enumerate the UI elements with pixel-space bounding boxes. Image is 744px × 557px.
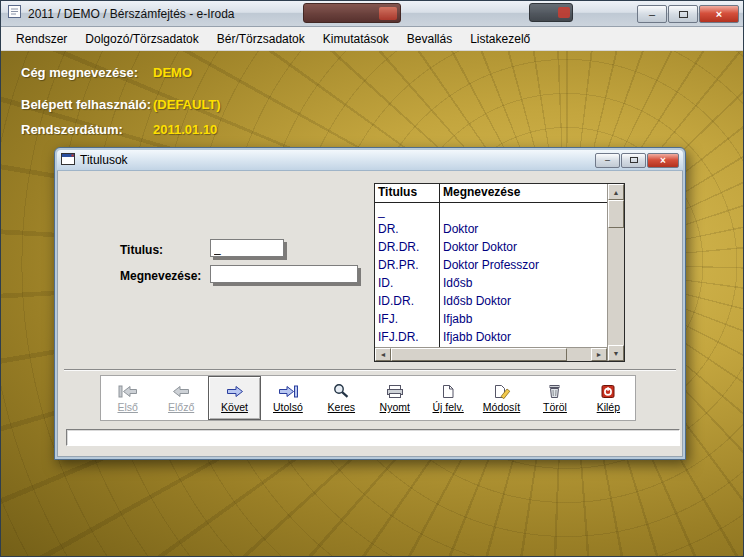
table-cell: DR. [375, 221, 439, 239]
dialog-body: Titulus: Megnevezése: Titulus Megnevezés… [57, 171, 683, 457]
titles-grid: Titulus Megnevezése _ DR. Doktor DR.D [375, 184, 607, 347]
scroll-left-icon: ◄ [380, 351, 387, 358]
maximize-icon [679, 11, 688, 18]
dialog-titlebar[interactable]: Titulusok – × [57, 150, 683, 171]
toolbar-next-button[interactable]: Követ [208, 376, 261, 420]
company-value: DEMO [153, 65, 192, 80]
main-titlebar[interactable]: 2011 / DEMO / Bérszámfejtés - e-Iroda – … [1, 1, 744, 27]
toolbar-search-label: Keres [328, 401, 355, 413]
toolbar-exit-label: Kilép [597, 401, 620, 413]
toolbar-new-button[interactable]: Új felv. [421, 376, 474, 420]
column-header-titulus[interactable]: Titulus [375, 184, 439, 202]
toolbar-delete-button[interactable]: Töröl [528, 376, 581, 420]
table-cell: Idősb Doktor [439, 293, 607, 311]
menubar: Rendszer Dolgozó/Törzsadatok Bér/Törzsad… [1, 27, 744, 51]
table-row[interactable]: DR. Doktor [375, 221, 607, 239]
toolbar-previous-label: Előző [168, 401, 194, 413]
record-toolbar: Első Előző [100, 375, 636, 421]
table-cell: Idősb [439, 275, 607, 293]
toolbar-print-button[interactable]: Nyomt [368, 376, 421, 420]
dialog-icon [61, 151, 75, 169]
scroll-down-icon: ▼ [613, 350, 620, 357]
table-header-row: Titulus Megnevezése [375, 184, 607, 203]
window-title: 2011 / DEMO / Bérszámfejtés - e-Iroda [28, 7, 235, 21]
toolbar-new-label: Új felv. [432, 401, 463, 413]
dialog-maximize-button[interactable] [621, 153, 646, 168]
table-cell: Ifjabb [439, 311, 607, 329]
table-cell: IFJ.DR. [375, 329, 439, 347]
table-cell: ID.DR. [375, 293, 439, 311]
last-record-icon [277, 383, 299, 399]
dialog-maximize-icon [630, 157, 638, 163]
table-row[interactable]: ID. Idősb [375, 275, 607, 293]
client-area: Cég megnevezése: DEMO Belépett felhaszná… [1, 51, 744, 557]
column-header-megnevezese[interactable]: Megnevezése [439, 184, 607, 202]
table-cell: Doktor Doktor [439, 239, 607, 257]
date-label: Rendszerdátum: [21, 122, 123, 137]
menu-item-listakezelo[interactable]: Listakezelő [461, 29, 539, 49]
vertical-scrollbar[interactable]: ▲ ▼ [607, 184, 624, 361]
table-cell: Doktor Professzor [439, 257, 607, 275]
vertical-scroll-thumb[interactable] [608, 200, 624, 228]
table-cell: DR.DR. [375, 239, 439, 257]
dialog-close-button[interactable]: × [647, 153, 679, 168]
menu-item-ber-torzsadatok[interactable]: Bér/Törzsadatok [208, 29, 314, 49]
menu-item-dolgozo-torzsadatok[interactable]: Dolgozó/Törzsadatok [76, 29, 207, 49]
previous-record-icon [170, 383, 192, 399]
toolbar-next-label: Követ [221, 401, 248, 413]
toolbar-edit-label: Módosít [483, 401, 520, 413]
table-row[interactable]: IFJ.DR. Ifjabb Doktor [375, 329, 607, 347]
toolbar-search-button[interactable]: Keres [315, 376, 368, 420]
edit-icon [491, 383, 513, 399]
scroll-right-button[interactable]: ► [591, 348, 607, 361]
user-value: (DEFAULT) [153, 97, 221, 112]
background-window-artifact [303, 3, 401, 23]
toolbar-last-button[interactable]: Utolsó [261, 376, 314, 420]
table-cell: DR.PR. [375, 257, 439, 275]
next-record-icon [224, 383, 246, 399]
titulus-input[interactable] [210, 239, 284, 257]
date-value: 2011.01.10 [153, 122, 217, 137]
table-cell: IFJ. [375, 311, 439, 329]
user-label: Belépett felhasználó: [21, 97, 151, 112]
toolbar-previous-button: Előző [154, 376, 207, 420]
table-row[interactable]: IFJ. Ifjabb [375, 311, 607, 329]
horizontal-scrollbar[interactable]: ◄ ► [375, 347, 607, 361]
company-label: Cég megnevezése: [21, 65, 138, 80]
search-icon [330, 383, 352, 399]
table-cell: _ [375, 203, 439, 221]
megnevezese-input[interactable] [210, 265, 358, 283]
scroll-up-icon: ▲ [613, 189, 620, 196]
scroll-down-button[interactable]: ▼ [608, 345, 624, 361]
window-controls: – × [637, 5, 739, 23]
table-cell [439, 203, 607, 221]
table-row[interactable]: _ [375, 203, 607, 221]
close-button[interactable]: × [699, 5, 739, 23]
toolbar-last-label: Utolsó [273, 401, 303, 413]
scroll-left-button[interactable]: ◄ [375, 348, 391, 361]
toolbar-first-label: Első [117, 401, 137, 413]
titulus-label: Titulus: [120, 243, 163, 257]
scroll-up-button[interactable]: ▲ [608, 184, 624, 200]
maximize-button[interactable] [668, 5, 698, 23]
toolbar-print-label: Nyomt [380, 401, 410, 413]
table-row[interactable]: DR.DR. Doktor Doktor [375, 239, 607, 257]
table-row[interactable]: ID.DR. Idősb Doktor [375, 293, 607, 311]
status-input[interactable] [66, 429, 680, 446]
minimize-button[interactable]: – [637, 5, 667, 23]
close-icon: × [716, 8, 722, 20]
toolbar-first-button: Első [101, 376, 154, 420]
minimize-icon: – [649, 8, 655, 20]
menu-item-rendszer[interactable]: Rendszer [7, 29, 76, 49]
table-cell: Ifjabb Doktor [439, 329, 607, 347]
menu-item-kimutatasok[interactable]: Kimutatások [314, 29, 398, 49]
dialog-title: Titulusok [80, 153, 128, 167]
horizontal-scroll-thumb[interactable] [391, 348, 567, 361]
dialog-minimize-icon: – [605, 155, 610, 165]
menu-item-bevallas[interactable]: Bevallás [398, 29, 461, 49]
toolbar-edit-button[interactable]: Módosít [475, 376, 528, 420]
dialog-minimize-button[interactable]: – [595, 153, 620, 168]
table-row[interactable]: DR.PR. Doktor Professzor [375, 257, 607, 275]
megnevezese-label: Megnevezése: [120, 269, 201, 283]
toolbar-exit-button[interactable]: Kilép [582, 376, 635, 420]
